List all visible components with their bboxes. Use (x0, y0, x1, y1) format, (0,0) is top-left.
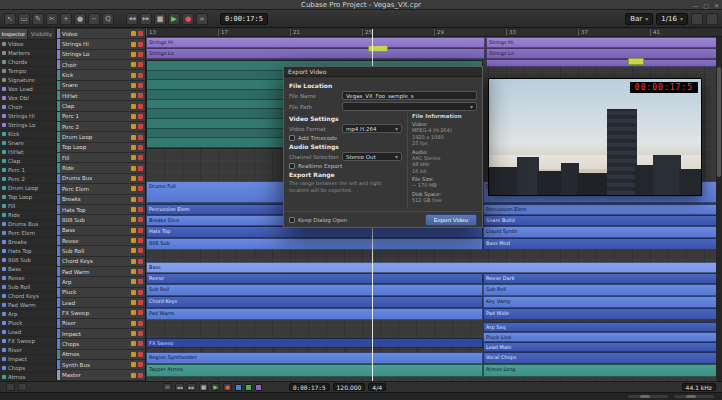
audio-clip[interactable]: Strings Hi (486, 37, 722, 48)
track-header-row[interactable]: Fill (57, 153, 145, 163)
tool-button-icon[interactable]: ✎ (32, 13, 44, 25)
track-header-row[interactable]: Synth Bus (57, 360, 145, 370)
solo-button[interactable] (138, 124, 143, 129)
visibility-list-item[interactable]: Chord Keys (0, 292, 56, 301)
toolbar-timecode-display[interactable]: 0:00:17:5 (220, 13, 268, 25)
mute-button[interactable] (131, 248, 136, 253)
visibility-list-item[interactable]: Atmos (0, 373, 56, 381)
solo-button[interactable] (138, 321, 143, 326)
solo-button[interactable] (138, 362, 143, 367)
visibility-list-item[interactable]: Sub Roll (0, 283, 56, 292)
track-header-row[interactable]: Master (57, 370, 145, 380)
track-header-row[interactable]: Breaks (57, 195, 145, 205)
track-header-row[interactable]: Sub Roll (57, 246, 145, 256)
audio-clip[interactable]: Pluck Line (483, 332, 722, 342)
visibility-list-item[interactable]: Choir (0, 103, 56, 112)
mute-button[interactable] (131, 62, 136, 67)
transport-rewind-button[interactable]: ◀◀ (175, 383, 184, 391)
visibility-list-item[interactable]: Clap (0, 157, 56, 166)
visibility-list-item[interactable]: Video (0, 40, 56, 49)
track-header-row[interactable]: FX Sweep (57, 308, 145, 318)
maximize-button[interactable]: ▢ (703, 2, 709, 9)
zoom-slider-thumb[interactable] (686, 395, 696, 398)
visibility-list-item[interactable]: Drum Loop (0, 184, 56, 193)
solo-button[interactable] (138, 42, 143, 47)
tool-button-icon[interactable]: ↖ (4, 13, 16, 25)
vertical-scrollbar[interactable] (716, 37, 722, 381)
track-header-row[interactable]: Clap (57, 101, 145, 111)
track-header-row[interactable]: Lead (57, 298, 145, 308)
add-timecode-checkbox[interactable] (289, 135, 295, 141)
track-header-row[interactable]: Atmos (57, 350, 145, 360)
mute-button[interactable] (131, 269, 136, 274)
mute-button[interactable] (131, 290, 136, 295)
track-header-row[interactable]: Top Loop (57, 143, 145, 153)
realtime-export-checkbox[interactable] (289, 163, 295, 169)
solo-button[interactable] (138, 135, 143, 140)
mute-button[interactable] (131, 104, 136, 109)
tab-inspector[interactable]: Inspector (0, 29, 28, 40)
visibility-list-item[interactable]: Reese (0, 274, 56, 283)
audio-clip[interactable]: Pad Wide (483, 308, 722, 320)
mute-button[interactable] (131, 166, 136, 171)
track-header-row[interactable]: Ride (57, 163, 145, 173)
audio-clip[interactable]: Key Vamp (483, 296, 722, 308)
vertical-zoom-slider[interactable] (674, 395, 714, 398)
audio-clip[interactable]: Percussion Elem (483, 204, 722, 215)
solo-button[interactable] (138, 186, 143, 191)
tool-button-icon[interactable]: ▭ (18, 13, 30, 25)
visibility-list-item[interactable]: Vox Dbl (0, 94, 56, 103)
mute-button[interactable] (131, 259, 136, 264)
visibility-list-item[interactable]: Perc 1 (0, 166, 56, 175)
visibility-list-item[interactable]: Breaks (0, 238, 56, 247)
audio-clip[interactable]: 808 Sub (146, 238, 483, 250)
visibility-list-item[interactable]: Pluck (0, 319, 56, 328)
channel-selection-dropdown[interactable]: Stereo Out ▾ (342, 152, 402, 161)
audio-clip[interactable]: Strings Lo (486, 48, 722, 59)
visibility-list-item[interactable]: Top Loop (0, 193, 56, 202)
keep-dialog-open-checkbox[interactable] (289, 217, 295, 223)
mute-button[interactable] (131, 124, 136, 129)
mute-button[interactable] (131, 42, 136, 47)
mute-button[interactable] (131, 207, 136, 212)
solo-button[interactable] (138, 228, 143, 233)
transport-cycle-button[interactable]: ∞ (163, 383, 172, 391)
solo-button[interactable] (138, 93, 143, 98)
video-format-dropdown[interactable]: mp4 H.264 ▾ (342, 124, 402, 133)
audio-clip[interactable]: Liquid Synth (483, 226, 722, 238)
track-header-row[interactable]: Choir (57, 60, 145, 70)
track-header-row[interactable]: Bass (57, 226, 145, 236)
track-header-row[interactable]: Pad Warm (57, 267, 145, 277)
record-button[interactable]: ● (182, 13, 194, 25)
zoom-slider-thumb[interactable] (640, 395, 650, 398)
audio-clip[interactable]: Reese (146, 273, 483, 284)
audio-clip[interactable]: Strings Lo (146, 48, 485, 59)
visibility-list-item[interactable]: Vox Lead (0, 85, 56, 94)
track-header-row[interactable]: Perc Elem (57, 184, 145, 194)
mute-button[interactable] (131, 93, 136, 98)
mute-button[interactable] (131, 279, 136, 284)
snap-toggle-button[interactable] (691, 13, 703, 25)
solo-button[interactable] (138, 352, 143, 357)
track-header-row[interactable]: Video (57, 29, 145, 39)
visibility-list-item[interactable]: Tempo (0, 67, 56, 76)
solo-button[interactable] (138, 217, 143, 222)
track-header-row[interactable]: Reese (57, 236, 145, 246)
mute-button[interactable] (131, 238, 136, 243)
keyboard-panel-button[interactable] (6, 383, 15, 391)
mute-button[interactable] (131, 176, 136, 181)
solo-button[interactable] (138, 248, 143, 253)
solo-button[interactable] (138, 52, 143, 57)
solo-button[interactable] (138, 331, 143, 336)
solo-button[interactable] (138, 290, 143, 295)
visibility-list-item[interactable]: Bass (0, 265, 56, 274)
visibility-list-item[interactable]: Strings Hi (0, 112, 56, 121)
mute-button[interactable] (131, 31, 136, 36)
track-header-row[interactable]: Drums Bus (57, 174, 145, 184)
track-header-row[interactable]: Arp (57, 277, 145, 287)
tempo-display[interactable]: 120.000 (333, 383, 366, 391)
scrollbar-thumb[interactable] (717, 67, 721, 177)
track-header-row[interactable]: Snare (57, 81, 145, 91)
audio-clip[interactable]: FX Sweep (146, 338, 483, 348)
mute-button[interactable] (131, 217, 136, 222)
